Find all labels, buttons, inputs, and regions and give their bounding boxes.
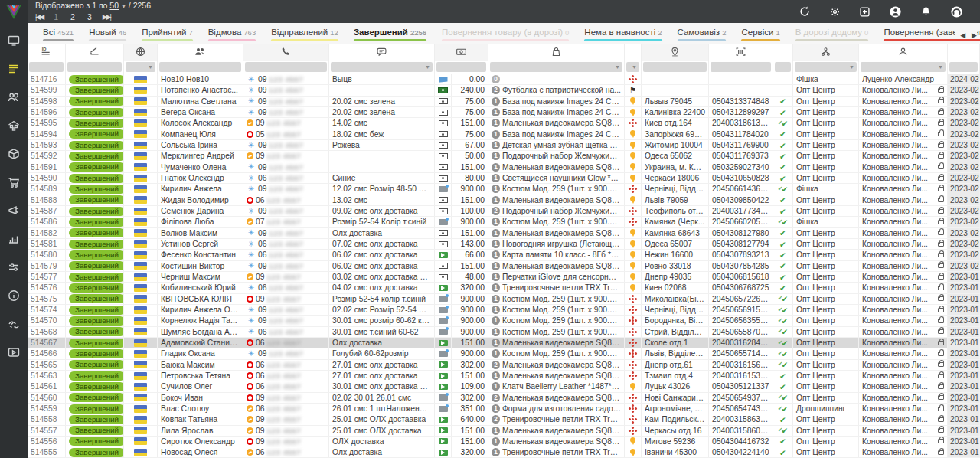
column-header-note[interactable]	[329, 44, 435, 61]
sidebar-item-stats[interactable]	[0, 226, 28, 254]
table-row[interactable]: 514589ЗавершенийКирилич Анжела✳09 123 45…	[28, 184, 980, 195]
table-row[interactable]: 514586ЗавершенийФіліпова Люба07 123 4567…	[28, 217, 980, 227]
column-header-money[interactable]	[435, 44, 488, 61]
table-row[interactable]: 514582ЗавершенийВолков Максим✳09 123 456…	[28, 228, 980, 239]
tab-6[interactable]: Завершений2256	[346, 28, 434, 44]
table-row[interactable]: 514558ЗавершенийКовпак Татьяна09 123 456…	[28, 414, 980, 425]
sidebar-item-info[interactable]	[0, 283, 28, 311]
per-page-select[interactable]: 50	[109, 1, 119, 10]
tab-2[interactable]: Новый46	[81, 28, 134, 44]
tab-1[interactable]: Всі4521	[35, 28, 81, 44]
sidebar-item-warehouse[interactable]	[0, 113, 28, 141]
sidebar-item-cart[interactable]	[0, 169, 28, 198]
sidebar-item-partners[interactable]	[0, 311, 28, 339]
table-row[interactable]: 514563ЗавершенийПетровська Тетяна06 123 …	[28, 371, 980, 381]
table-row[interactable]: 514556ЗавершенийСиротюк Олександр09 123 …	[28, 437, 980, 447]
sidebar-item-settings[interactable]	[0, 254, 28, 283]
table-row[interactable]: 514559ЗавершенийВлас Слотюу06 123 456726…	[28, 404, 980, 414]
table-row[interactable]: 514594ЗавершенийКомпанец Юля05 123 45671…	[28, 129, 980, 140]
table-row[interactable]: 514557ЗавершенийЛила Ярослав09 123 45672…	[28, 426, 980, 437]
crm-logo[interactable]	[0, 0, 28, 23]
table-row[interactable]: 514592ЗавершенийМерклингер Андрей09 123 …	[28, 151, 980, 162]
column-header-mark[interactable]	[625, 44, 642, 61]
table-row[interactable]: 514577ЗавершенийЧерниш Максим09 123 4567…	[28, 272, 980, 283]
filter-input-mgr[interactable]: ▼	[861, 62, 946, 72]
add-icon[interactable]	[859, 6, 871, 18]
page-number-2[interactable]: 2	[70, 12, 75, 22]
filter-input-prod[interactable]: ▼	[490, 62, 622, 72]
column-header-ttn[interactable]	[709, 44, 773, 61]
filter-input-mark[interactable]: ▼	[626, 62, 639, 72]
table-row[interactable]: 514568ЗавершенийШумляс Богдана Ан...✳06 …	[28, 327, 980, 338]
tabs-scroll-left[interactable]: ◀	[960, 31, 965, 39]
table-row[interactable]: 514567ЗавершенийАдамовский Станис...06 1…	[28, 338, 980, 348]
table-row[interactable]: 514581ЗавершенийУстинов Сергей✳06 123 45…	[28, 239, 980, 250]
filter-input-date[interactable]	[949, 62, 978, 72]
sidebar-item-orders[interactable]	[0, 56, 28, 84]
tab-7[interactable]: Повернення товару (в дорозі)0	[434, 28, 577, 44]
filter-input-id[interactable]	[29, 62, 64, 72]
table-row[interactable]: 514574ЗавершенийКирилич Анжела Ол...✳09 …	[28, 305, 980, 316]
tab-10[interactable]: Сервіси1	[733, 28, 787, 44]
tab-4[interactable]: Відмова763	[201, 28, 263, 44]
refresh-icon[interactable]	[799, 5, 811, 18]
table-row[interactable]: 514587ЗавершенийСеменюк Дарина✳09 123 45…	[28, 206, 980, 217]
column-header-name[interactable]	[158, 44, 243, 61]
column-header-flag[interactable]	[124, 44, 158, 61]
table-row[interactable]: 514580ЗавершенийФесенко Константин✳06 12…	[28, 250, 980, 260]
gear-icon[interactable]	[829, 6, 841, 18]
sidebar-item-campaigns[interactable]	[0, 198, 28, 226]
filter-input-chan[interactable]: ▼	[795, 62, 857, 72]
sidebar-item-dashboard[interactable]	[0, 28, 28, 56]
table-row[interactable]: 514565ЗавершенийБаюка Максим06 123 45672…	[28, 360, 980, 371]
profile-icon[interactable]	[889, 5, 902, 18]
table-row[interactable]: 514716ЗавершенийНов10 Нов10✳09 123 4567В…	[28, 74, 980, 85]
table-row[interactable]: 514598ЗавершенийМалютина Светлана✳09 123…	[28, 97, 980, 107]
filter-input-note[interactable]: ▼	[331, 62, 433, 72]
tab-9[interactable]: Самовивіз2	[670, 28, 734, 44]
column-header-chk[interactable]	[773, 44, 793, 61]
filter-input-status[interactable]	[67, 62, 122, 72]
page-number-3[interactable]: 3	[87, 12, 92, 22]
table-row[interactable]: 514560ЗавершенийБокоч Иван09 123 456702.…	[28, 393, 980, 404]
table-row[interactable]: 514595ЗавершенийКолосок Александр09 123 …	[28, 118, 980, 129]
column-header-phone[interactable]	[243, 44, 329, 61]
filter-input-ttn[interactable]	[710, 62, 771, 72]
tab-8[interactable]: Нема в наявності2	[577, 28, 669, 44]
sidebar-item-clients[interactable]	[0, 84, 28, 113]
table-row[interactable]: 514593ЗавершенийСольська Ірина✳09 123 45…	[28, 140, 980, 151]
table-row[interactable]: 514561ЗавершенийСучилов Олег06 123 45673…	[28, 381, 980, 392]
table-row[interactable]: 514590ЗавершенийГнатюк Олексндр✳06 123 4…	[28, 173, 980, 184]
first-page-button[interactable]: |◀◀	[35, 12, 43, 22]
table-row[interactable]: 514596ЗавершенийВегера Оксана✳09 123 456…	[28, 107, 980, 118]
column-header-mgr[interactable]	[859, 44, 948, 61]
column-header-chan[interactable]	[793, 44, 859, 61]
notifications-icon[interactable]	[920, 5, 932, 18]
sidebar-item-products[interactable]	[0, 141, 28, 169]
filter-input-addr[interactable]	[643, 62, 707, 72]
table-row[interactable]: 514591ЗавершенийЧумаченко Олена✳09 123 4…	[28, 162, 980, 173]
support-icon[interactable]	[950, 5, 963, 18]
filter-input-name[interactable]	[159, 62, 241, 72]
filter-input-phone[interactable]	[245, 62, 327, 72]
table-row[interactable]: 514588ЗавершенийЖидак Володимир06 123 45…	[28, 195, 980, 206]
last-page-button[interactable]: ▶▶|	[103, 12, 110, 22]
table-row[interactable]: 514570ЗавершенийКорнелюк Надія Та...✳09 …	[28, 316, 980, 326]
filter-input-chk[interactable]	[775, 62, 791, 72]
column-header-status[interactable]	[66, 44, 124, 61]
table-row[interactable]: 514555ЗавершенийНовосад Олеся06 123 4567…	[28, 447, 980, 458]
table-row[interactable]: 514566ЗавершенийГладик Оксана✳09 123 456…	[28, 348, 980, 359]
table-row[interactable]: 514575ЗавершенийКВІТОВСЬКА ЮЛІЯ09 123 45…	[28, 294, 980, 305]
table-row[interactable]: 514579ЗавершенийКостишин Виктор✳09 123 4…	[28, 261, 980, 272]
column-header-prod[interactable]	[488, 44, 625, 61]
page-number-1[interactable]: 1	[54, 12, 58, 22]
filter-input-flag[interactable]: ▼	[126, 62, 155, 72]
tabs-scroll-right[interactable]: ▶	[972, 31, 977, 39]
column-header-id[interactable]: ID	[28, 44, 66, 61]
tab-11[interactable]: В дорозі додому0	[788, 28, 877, 44]
column-header-date[interactable]	[948, 44, 980, 61]
table-row[interactable]: 514576ЗавершенийКобилинський Юрий✳06 123…	[28, 283, 980, 293]
sidebar-item-video[interactable]	[0, 339, 28, 368]
filter-input-money[interactable]	[436, 62, 486, 72]
table-row[interactable]: 514599ЗавершенийПотапенко Анастас...✳09 …	[28, 85, 980, 96]
